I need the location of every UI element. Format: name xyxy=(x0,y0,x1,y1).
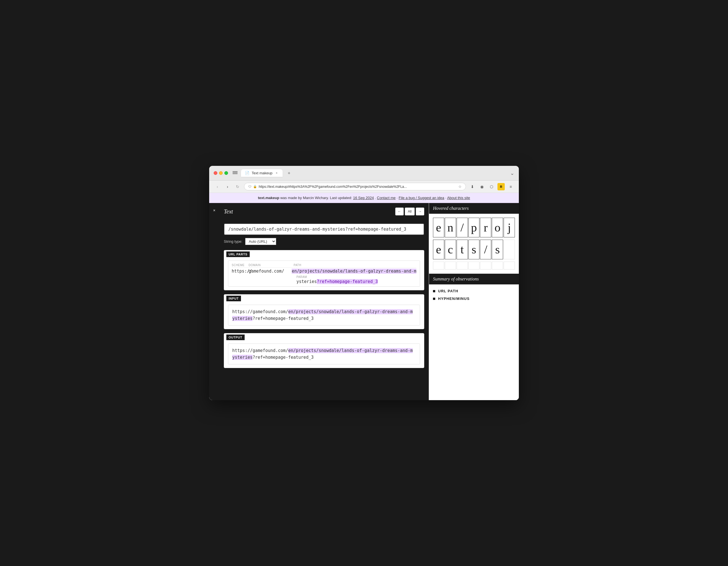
info-bar: text.makeup was made by Marcin Wichary. … xyxy=(209,193,519,203)
url-display: https://text.makeup/#https%3A%2F%2Fgamef… xyxy=(259,185,457,189)
input-line1-hl: en/projects/snowdale/lands-of-galzyr-dre… xyxy=(288,309,413,314)
scheme-col-label: SCHEME xyxy=(232,263,249,267)
url-main-row: https:// gamefound.com/ en/projects/snow… xyxy=(232,269,416,274)
input-line1-normal: https://gamefound.com/ xyxy=(232,309,288,314)
tab-favicon: 📄 xyxy=(245,171,249,175)
char-cell-e2: e xyxy=(433,240,444,259)
domain-col-label: DOMAIN xyxy=(249,263,294,267)
char-grid-row2: e c t s / s xyxy=(433,240,515,259)
char-mini-3 xyxy=(457,262,468,269)
char-grid-row1: e n / p r o j xyxy=(433,218,515,237)
tab-title: Text makeup xyxy=(252,171,273,175)
about-link[interactable]: About this site xyxy=(447,196,470,200)
url-parts-header: SCHEME DOMAIN PATH xyxy=(232,263,416,268)
address-bar: ‹ › ↻ 🛡 🔒 https://text.makeup/#https%3A%… xyxy=(209,181,519,193)
char-mini-1 xyxy=(433,262,444,269)
title-bar: 📄 Text makeup × + ⌄ xyxy=(209,166,519,181)
summary-heading: Summary of observations xyxy=(429,274,519,284)
output-text-box: https://gamefound.com/en/projects/snowda… xyxy=(228,344,420,364)
summary-dot-1 xyxy=(433,290,435,292)
char-cell-t: t xyxy=(457,240,468,259)
input-label: INPUT xyxy=(226,296,241,301)
url-path-highlighted: en/projects/snowdale/lands-of-galzyr-dre… xyxy=(292,269,416,274)
char-cell-r: r xyxy=(480,218,491,237)
url-scheme: https:// xyxy=(232,269,249,274)
input-content: https://gamefound.com/en/projects/snowda… xyxy=(224,301,424,329)
close-window-button[interactable] xyxy=(214,171,217,175)
panel-close-button[interactable]: × xyxy=(211,208,217,213)
string-type-row: String type: Auto (URL) xyxy=(224,238,424,245)
output-line1-hl: en/projects/snowdale/lands-of-galzyr-dre… xyxy=(288,348,413,353)
output-label: OUTPUT xyxy=(226,335,245,340)
main-content: × Text ← All → /snowdale/lands-of-galzyr… xyxy=(209,203,519,400)
contact-link[interactable]: Contact me xyxy=(377,196,396,200)
input-text-box: https://gamefound.com/en/projects/snowda… xyxy=(228,305,420,326)
char-cell-empty xyxy=(504,240,515,259)
traffic-lights xyxy=(214,171,228,175)
address-field[interactable]: 🛡 🔒 https://text.makeup/#https%3A%2F%2Fg… xyxy=(244,183,466,190)
input-line2-normal: ?ref=homepage-featured_3 xyxy=(253,316,314,321)
url-path: en/projects/snowdale/lands-of-galzyr-dre… xyxy=(292,269,416,274)
summary-section: Summary of observations URL PATH HYPHEN/… xyxy=(429,274,519,400)
url-parts-content: SCHEME DOMAIN PATH https:// gamefound.co… xyxy=(224,257,424,290)
url-parts-label: URL PARTS xyxy=(226,251,250,257)
prev-button[interactable]: ← xyxy=(395,208,404,215)
char-cell-p: p xyxy=(468,218,480,237)
output-line2-hl: ysteries xyxy=(232,355,253,360)
char-cell-s2: s xyxy=(492,240,503,259)
bug-link[interactable]: File a bug / Suggest an idea xyxy=(399,196,444,200)
url-parts-section: URL PARTS SCHEME DOMAIN PATH https:// ga… xyxy=(224,250,424,290)
char-mini-2 xyxy=(445,262,456,269)
text-panel: Text ← All → /snowdale/lands-of-galzyr-d… xyxy=(219,203,429,400)
extensions-icon[interactable]: ⬡ xyxy=(488,183,495,190)
active-tab[interactable]: 📄 Text makeup × xyxy=(241,169,283,177)
maximize-window-button[interactable] xyxy=(224,171,228,175)
url-domain: gamefound.com/ xyxy=(249,269,292,274)
new-tab-button[interactable]: + xyxy=(286,170,292,176)
menu-icon[interactable]: ≡ xyxy=(507,183,514,190)
download-icon[interactable]: ⬇ xyxy=(469,183,476,190)
back-button[interactable]: ‹ xyxy=(214,183,221,190)
account-icon[interactable]: ◉ xyxy=(478,183,486,190)
output-content: https://gamefound.com/en/projects/snowda… xyxy=(224,340,424,368)
param-value: ysteries?ref=homepage-featured_3 xyxy=(296,279,378,284)
output-line2-normal: ?ref=homepage-featured_3 xyxy=(253,355,314,360)
param-path-normal: ysteries xyxy=(296,279,317,284)
output-line1-normal: https://gamefound.com/ xyxy=(232,348,288,353)
char-mini-6 xyxy=(492,262,503,269)
char-cell-j: j xyxy=(504,218,515,237)
char-mini-4 xyxy=(468,262,480,269)
brand-name: text.makeup xyxy=(258,196,279,200)
char-cell-n: n xyxy=(445,218,456,237)
char-cell-slash1: / xyxy=(457,218,468,237)
last-updated-link[interactable]: 16 Sep 2024 xyxy=(353,196,374,200)
right-panel: Hovered characters e n / p r o j e c t xyxy=(429,203,519,400)
url-param-row: PARAM ysteries?ref=homepage-featured_3 xyxy=(232,275,416,284)
tab-bar-icon xyxy=(233,171,238,175)
text-panel-heading: Text xyxy=(224,208,233,215)
summary-content: URL PATH HYPHEN/MINUS xyxy=(429,284,519,309)
forward-button[interactable]: › xyxy=(224,183,231,190)
all-button[interactable]: All xyxy=(405,208,415,215)
summary-dot-2 xyxy=(433,298,435,300)
window-chevron[interactable]: ⌄ xyxy=(510,170,514,176)
input-section: INPUT https://gamefound.com/en/projects/… xyxy=(224,294,424,329)
toolbar-icons: ⬇ ◉ ⬡ R ≡ xyxy=(469,183,514,190)
url-input[interactable]: /snowdale/lands-of-galzyr-dreams-and-mys… xyxy=(224,223,424,235)
tab-close-button[interactable]: × xyxy=(275,171,279,175)
minimize-window-button[interactable] xyxy=(219,171,223,175)
char-cell-c: c xyxy=(445,240,456,259)
param-label: PARAM xyxy=(296,275,378,278)
input-line2-hl: ysteries xyxy=(232,316,253,321)
next-button[interactable]: → xyxy=(416,208,424,215)
char-mini-7 xyxy=(504,262,515,269)
bookmark-icon[interactable]: ☆ xyxy=(458,184,462,189)
hovered-chars-section: Hovered characters e n / p r o j e c t xyxy=(429,203,519,274)
char-mini-5 xyxy=(480,262,491,269)
string-type-select[interactable]: Auto (URL) xyxy=(245,238,276,245)
hovered-chars-content: e n / p r o j e c t s / s xyxy=(429,214,519,274)
left-panel: × xyxy=(209,203,219,400)
char-cell-s: s xyxy=(468,240,480,259)
raindrop-icon[interactable]: R xyxy=(497,183,505,190)
reload-button[interactable]: ↻ xyxy=(234,183,241,190)
